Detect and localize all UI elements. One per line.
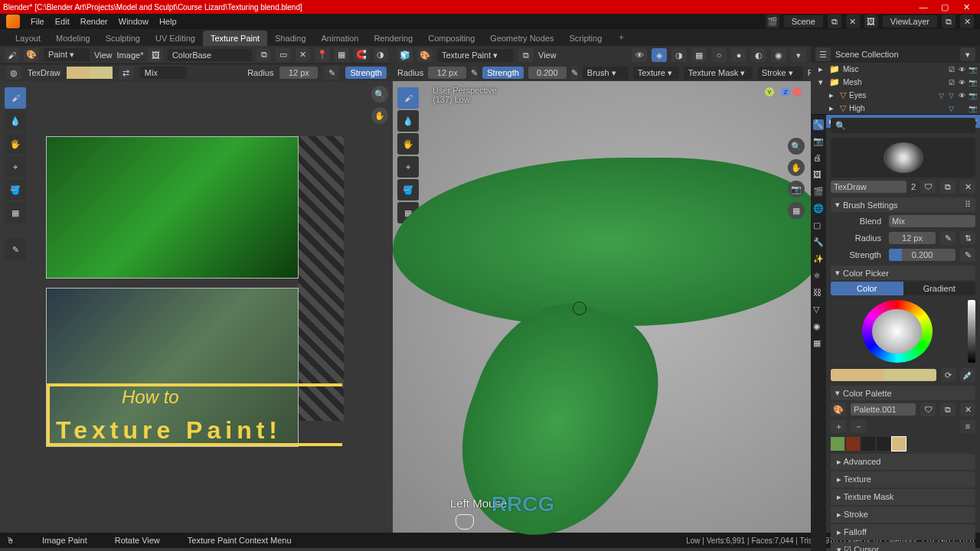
radius-pressure-icon[interactable]: ✎ [324,66,339,80]
tab-animation[interactable]: Animation [314,31,367,46]
menu-edit[interactable]: Edit [55,17,70,26]
tab-compositing[interactable]: Compositing [420,31,482,46]
section-falloff[interactable]: ▸ Falloff [831,524,975,540]
menu-file[interactable]: File [31,17,44,26]
palette-color-3[interactable] [877,437,890,451]
menu-view-3d[interactable]: View [538,51,557,60]
brush-name[interactable]: TexDraw [28,68,60,77]
props-tab-modifier[interactable]: 🔧 [813,237,824,248]
texture-menu[interactable]: Texture ▾ [633,67,679,80]
radius-pressure-props[interactable]: ✎ [940,231,956,245]
mode-copy-icon[interactable]: ⧉ [518,48,534,62]
camera-view-icon[interactable]: 📷 [788,181,805,197]
props-tab-texture[interactable]: ▦ [813,338,824,349]
props-tab-world[interactable]: 🌐 [813,204,824,214]
palette-color-2[interactable] [861,437,875,451]
scene-new-icon[interactable]: ⧉ [828,15,841,28]
overlay-toggle[interactable]: ◑ [671,48,687,62]
menu-image-left[interactable]: Image* [117,51,144,60]
tool3d-soften[interactable]: 💧 [397,110,419,132]
palette-sort-icon[interactable]: ≡ [960,419,975,433]
texture-mask-menu[interactable]: Texture Mask ▾ [684,67,753,80]
tool-draw[interactable]: 🖌 [5,87,26,109]
tool-mask[interactable]: ▦ [5,202,26,223]
tab-scripting[interactable]: Scripting [561,31,609,46]
settings-menu-icon[interactable]: ⠿ [965,200,971,210]
palette-browse-icon[interactable]: 🎨 [831,403,846,416]
paint-mode-dropdown[interactable]: Paint ▾ [44,48,90,61]
blend-mode-dropdown[interactable]: Mix [140,67,186,79]
viewlayer-name[interactable]: ViewLayer [883,15,937,28]
mode-dropdown[interactable]: Texture Paint ▾ [437,49,514,62]
swap-colors-icon[interactable]: ⇄ [119,66,134,80]
section-color-picker[interactable]: Color Picker [843,269,889,278]
props-search-input[interactable] [851,121,971,130]
close-button[interactable]: ✕ [956,1,977,13]
tool3d-fill[interactable]: 🪣 [397,179,419,201]
props-tab-output[interactable]: 🖨 [813,153,824,164]
section-texture-mask[interactable]: ▸ Texture Mask [831,489,975,505]
shading-options-icon[interactable]: ▾ [791,48,806,62]
ortho-toggle-icon[interactable]: ▦ [788,202,805,219]
radius-value-3d[interactable]: 12 px [428,67,466,79]
chevron-down-icon[interactable]: ▾ [835,268,840,278]
eyedropper-icon[interactable]: 💉 [960,368,975,382]
palette-add-icon[interactable]: ＋ [831,419,846,433]
brush-new-icon[interactable]: ⧉ [940,180,956,194]
swap-colors-props-icon[interactable]: ⟳ [941,368,956,382]
scene-name[interactable]: Scene [784,15,823,28]
viewlayer-delete-icon[interactable]: ✕ [960,15,974,28]
menu-window[interactable]: Window [119,17,149,26]
menu-help[interactable]: Help [159,17,177,26]
tab-modeling[interactable]: Modeling [48,31,98,46]
outliner-item-high[interactable]: High [849,104,946,112]
strength-pressure-3d-icon[interactable]: ✎ [571,66,578,80]
brush-unlink-icon[interactable]: ✕ [960,180,975,194]
image-slot-dropdown[interactable]: ColorBase [168,49,252,61]
palette-remove-icon[interactable]: － [851,419,866,433]
tool-annotate[interactable]: ✎ [5,239,26,260]
snap-icon[interactable]: 🧲 [354,48,368,62]
props-tab-tool[interactable]: 🔧 [813,119,824,130]
overlays-visibility-icon[interactable]: 👁 [632,48,647,62]
viewlayer-new-icon[interactable]: ⧉ [942,15,956,28]
editor-type-3d-icon[interactable]: 🧊 [397,48,413,62]
strength-pressure-props[interactable]: ✎ [960,248,975,262]
strength-value-props[interactable]: 0.200 [889,249,956,261]
props-tab-render[interactable]: 📷 [813,136,824,147]
color-wheel[interactable] [862,300,933,363]
tab-add[interactable]: ＋ [609,28,633,46]
brush-preview[interactable] [831,138,975,178]
image-unlink-button[interactable]: ✕ [296,48,310,62]
tool-clone[interactable]: ⌖ [5,156,26,178]
image-new-button[interactable]: ⧉ [256,48,271,62]
props-tab-particles[interactable]: ✨ [813,254,824,265]
section-color-palette[interactable]: Color Palette [843,389,892,398]
blend-dropdown[interactable]: Mix [889,215,975,227]
shading-render-icon[interactable]: ◉ [771,48,786,62]
strength-value-3d[interactable]: 0.200 [528,67,567,79]
tab-rendering[interactable]: Rendering [366,31,420,46]
tool-soften[interactable]: 💧 [5,110,26,132]
brush-menu[interactable]: Brush ▾ [583,67,629,80]
menu-render[interactable]: Render [80,17,108,26]
outliner-item-eyes[interactable]: Eyes [849,91,936,99]
outliner-item-mesh[interactable]: Mesh [843,78,946,86]
outliner-item-misc[interactable]: Misc [843,65,946,73]
chevron-down-icon[interactable]: ▾ [835,388,840,398]
palette-unlink-icon[interactable]: ✕ [960,403,975,416]
tab-shading[interactable]: Shading [267,31,313,46]
tool3d-smear[interactable]: 🖐 [397,133,419,155]
gizmo-toggle[interactable]: ◈ [652,48,667,62]
editor-type-dropdown[interactable]: 🖌 [5,48,19,62]
toggle-gradient[interactable]: Gradient [903,282,976,295]
scene-delete-icon[interactable]: ✕ [846,15,860,28]
toggle-color[interactable]: Color [831,282,903,295]
primary-secondary-swatch[interactable] [831,369,936,381]
pan-view-icon[interactable]: ✋ [788,159,805,176]
shading-solid-icon[interactable]: ● [731,48,746,62]
gizmo-y-axis[interactable]: Y [765,87,774,96]
color-swatch-left[interactable] [67,67,113,79]
scene-icon[interactable]: 🎬 [766,15,779,28]
props-tab-scene[interactable]: 🎬 [813,187,824,197]
